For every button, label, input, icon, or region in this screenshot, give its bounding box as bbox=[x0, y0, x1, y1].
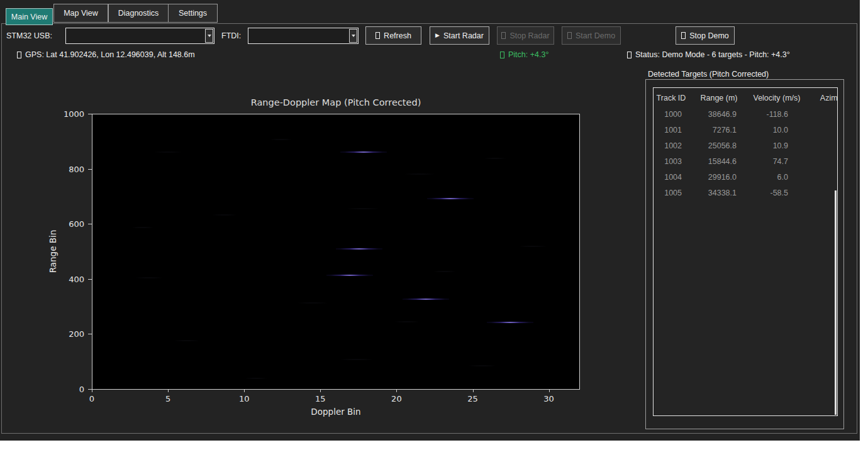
stm32-usb-label: STM32 USB: bbox=[6, 31, 52, 40]
cell-azimuth: 122.2510 bbox=[804, 126, 838, 134]
cell-azimuth: 88.66998 bbox=[804, 173, 838, 182]
stop-demo-button[interactable]: Stop Demo bbox=[676, 26, 735, 45]
column-header-range[interactable]: Range (m) bbox=[689, 94, 749, 102]
y-tick-mark bbox=[88, 279, 92, 280]
stop-radar-button-label: Stop Radar bbox=[509, 31, 549, 40]
status-icon bbox=[627, 52, 632, 58]
x-tick-label: 30 bbox=[543, 394, 554, 403]
noise-streak bbox=[393, 321, 421, 322]
noise-streak bbox=[211, 214, 239, 216]
y-tick-label: 200 bbox=[59, 329, 84, 339]
chevron-down-icon[interactable] bbox=[349, 29, 357, 43]
pitch-readout: Pitch: +4.3° bbox=[500, 50, 548, 59]
tab-diagnostics[interactable]: Diagnostics bbox=[108, 4, 169, 23]
table-row[interactable]: 100315844.674.7300° bbox=[654, 153, 837, 169]
desktop-background: Main ViewMap ViewDiagnosticsSettings STM… bbox=[0, 0, 868, 450]
target-streak-core bbox=[340, 275, 359, 276]
y-tick-mark bbox=[88, 389, 92, 390]
stop-radar-button[interactable]: Stop Radar bbox=[497, 26, 554, 45]
cell-velocity: 6.0 bbox=[749, 173, 804, 182]
cell-range-m: 25056.8 bbox=[689, 141, 749, 150]
cell-range-m: 29916.0 bbox=[689, 173, 749, 182]
noise-streak bbox=[133, 277, 165, 278]
tab-label: Diagnostics bbox=[118, 9, 159, 18]
noise-streak bbox=[432, 271, 457, 272]
y-tick-mark bbox=[88, 114, 92, 114]
start-radar-button[interactable]: ▶ Start Radar bbox=[430, 26, 489, 45]
status-readout-text: Status: Demo Mode - 6 targets - Pitch: +… bbox=[635, 50, 790, 59]
start-demo-button[interactable]: Start Demo bbox=[562, 26, 621, 45]
noise-streak bbox=[296, 302, 330, 304]
x-tick-mark bbox=[549, 389, 550, 392]
cell-velocity: 10.9 bbox=[749, 141, 804, 150]
noise-streak bbox=[344, 208, 382, 209]
y-tick-label: 400 bbox=[59, 274, 84, 283]
table-vertical-scrollbar[interactable] bbox=[835, 190, 837, 415]
noise-streak bbox=[269, 139, 294, 140]
target-streak bbox=[403, 298, 449, 300]
y-axis-label: Range Bin bbox=[48, 230, 58, 273]
target-streak-core bbox=[441, 199, 460, 199]
y-tick-label: 1000 bbox=[59, 109, 84, 119]
range-doppler-plot bbox=[92, 114, 580, 390]
noise-streak bbox=[130, 227, 155, 228]
cell-azimuth: 191.2552 bbox=[804, 141, 838, 150]
pitch-readout-text: Pitch: +4.3° bbox=[508, 50, 548, 59]
x-axis-label: Doppler Bin bbox=[311, 407, 360, 417]
tab-main-view[interactable]: Main View bbox=[6, 8, 53, 25]
x-tick-label: 20 bbox=[391, 394, 402, 403]
cell-track-id: 1004 bbox=[654, 173, 689, 182]
table-row[interactable]: 100534338.1-58.5247.5104 bbox=[654, 185, 837, 200]
target-streak-core bbox=[501, 322, 520, 323]
chevron-down-icon[interactable] bbox=[205, 29, 213, 43]
x-tick-label: 10 bbox=[239, 394, 250, 403]
x-tick-mark bbox=[320, 389, 321, 392]
table-row[interactable]: 100225056.810.9191.2552 bbox=[654, 138, 837, 153]
noise-streak bbox=[173, 340, 201, 341]
tab-map-view[interactable]: Map View bbox=[53, 4, 108, 23]
target-streak bbox=[487, 322, 533, 324]
x-tick-label: 25 bbox=[467, 394, 478, 403]
cell-range-m: 15844.6 bbox=[689, 157, 749, 166]
y-tick-mark bbox=[88, 334, 92, 334]
cell-azimuth: 45° bbox=[804, 110, 838, 119]
ftdi-label: FTDI: bbox=[221, 31, 241, 40]
noise-streak bbox=[338, 359, 376, 360]
target-streak bbox=[336, 248, 382, 250]
cell-velocity: 10.0 bbox=[749, 126, 804, 134]
target-streak bbox=[427, 198, 474, 200]
column-header-track-id[interactable]: Track ID bbox=[654, 94, 689, 102]
cell-velocity: 74.7 bbox=[749, 157, 804, 166]
tab-label: Main View bbox=[11, 13, 47, 21]
noise-streak bbox=[517, 246, 548, 247]
cell-range-m: 34338.1 bbox=[689, 189, 749, 197]
target-streak-core bbox=[350, 249, 369, 250]
x-tick-mark bbox=[473, 389, 474, 392]
cell-azimuth: 300° bbox=[804, 157, 838, 166]
target-streak-core bbox=[416, 299, 435, 299]
pitch-icon bbox=[500, 52, 504, 58]
noise-streak bbox=[243, 378, 269, 379]
satellite-icon bbox=[17, 52, 21, 58]
table-row[interactable]: 10017276.110.0122.2510 bbox=[654, 122, 837, 138]
stm32-usb-combobox[interactable] bbox=[65, 28, 214, 44]
ftdi-combobox[interactable] bbox=[248, 28, 359, 44]
tab-label: Map View bbox=[64, 9, 98, 18]
column-header-velocity[interactable]: Velocity (m/s) bbox=[749, 94, 804, 102]
table-row[interactable]: 100038646.9-118.645° bbox=[654, 106, 837, 122]
start-demo-button-label: Start Demo bbox=[576, 31, 615, 40]
refresh-button[interactable]: Refresh bbox=[365, 26, 421, 45]
table-row[interactable]: 100429916.06.088.66998 bbox=[654, 169, 837, 185]
refresh-button-label: Refresh bbox=[384, 31, 411, 40]
cell-velocity: -118.6 bbox=[749, 110, 804, 119]
cell-track-id: 1002 bbox=[654, 141, 689, 150]
column-header-azimuth[interactable]: Azimuth bbox=[804, 94, 838, 102]
cell-range-m: 7276.1 bbox=[689, 126, 749, 134]
targets-panel-title: Detected Targets (Pitch Corrected) bbox=[648, 70, 769, 79]
target-streak bbox=[326, 275, 373, 277]
gps-status-text: GPS: Lat 41.902426, Lon 12.496039, Alt 1… bbox=[25, 50, 195, 59]
tab-settings[interactable]: Settings bbox=[168, 4, 218, 23]
target-streak bbox=[340, 151, 387, 153]
cell-track-id: 1001 bbox=[654, 126, 689, 134]
gps-status: GPS: Lat 41.902426, Lon 12.496039, Alt 1… bbox=[17, 50, 195, 59]
